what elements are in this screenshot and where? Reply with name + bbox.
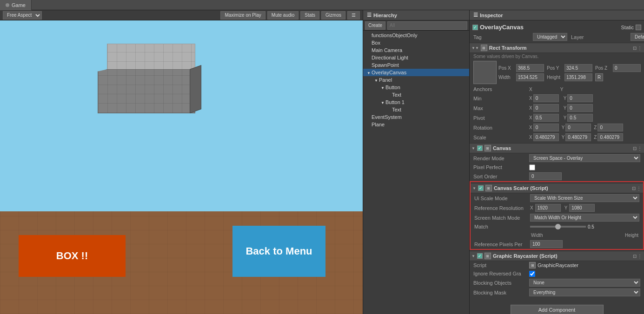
canvas-scaler-expand-icon: ▼: [472, 186, 476, 190]
rot-y-input[interactable]: [565, 124, 591, 131]
canvas-scaler-actions: ⊡ ⋮: [632, 186, 641, 191]
anchor-min-x-input[interactable]: [533, 94, 559, 102]
pixel-perfect-checkbox[interactable]: [529, 164, 535, 170]
pivot-fields: X Y: [529, 114, 640, 122]
rect-transform-menu-btn[interactable]: ⋮: [637, 46, 642, 51]
pos-z-input[interactable]: [613, 64, 641, 72]
scale-y-input[interactable]: [565, 133, 591, 141]
scale-row: Scale X Y Z: [470, 132, 644, 142]
anchor-min-y-label: Y: [564, 96, 567, 101]
hier-item-panel[interactable]: Panel: [363, 76, 469, 84]
ref-res-y-input[interactable]: [569, 204, 595, 212]
rect-transform-ref-btn[interactable]: ⊡: [633, 46, 637, 51]
r-button-container: R: [595, 73, 603, 81]
box-button[interactable]: BOX !!: [19, 235, 126, 277]
anchor-min-x-label: X: [529, 96, 532, 101]
blocking-mask-select[interactable]: Everything: [529, 288, 640, 296]
anchor-max-y-input[interactable]: [567, 104, 593, 112]
canvas-scaler-menu-btn[interactable]: ⋮: [637, 186, 641, 191]
object-enabled-checkbox[interactable]: ✓: [472, 25, 478, 30]
maximize-on-play-button[interactable]: Maximize on Play: [220, 11, 265, 20]
canvas-scaler-enabled-checkbox[interactable]: ✓: [478, 185, 484, 191]
canvas-header[interactable]: ▼ ✓ ⊞ Canvas ⊡ ⋮: [470, 143, 644, 153]
graphic-raycaster-header[interactable]: ▼ ✓ ⊞ Graphic Raycaster (Script) ⊡ ⋮: [470, 251, 644, 261]
canvas-menu-btn[interactable]: ⋮: [637, 146, 642, 151]
ignore-reversed-checkbox[interactable]: [529, 271, 535, 277]
width-input[interactable]: [516, 73, 544, 81]
pivot-y-input[interactable]: [567, 114, 593, 122]
hier-item-eventsystem[interactable]: EventSystem: [363, 113, 469, 121]
inspector-icon: ☰: [473, 12, 478, 18]
pos-z-field: Pos Z: [595, 64, 641, 72]
hierarchy-panel: ☰ Hierarchy Create functionsObjectOnly B…: [363, 10, 470, 314]
create-button[interactable]: Create: [365, 21, 385, 30]
pos-row: Pos X Pos Y Pos Z: [498, 64, 641, 72]
rect-transform-header[interactable]: ▼ ⊞ Rect Transform ⊡ ⋮: [470, 43, 644, 53]
anchor-max-fields: X Y: [529, 104, 640, 112]
match-slider[interactable]: [530, 226, 586, 228]
rot-x-input[interactable]: [533, 124, 559, 131]
hier-item-camera[interactable]: Main Camera: [363, 46, 469, 54]
pivot-y-label: Y: [564, 115, 567, 120]
height-input[interactable]: [564, 73, 592, 81]
hier-item-text1[interactable]: Text: [363, 91, 469, 98]
hier-item-spawnpoint[interactable]: SpawnPoint: [363, 61, 469, 69]
tag-select[interactable]: Untagged: [533, 33, 567, 41]
canvas-ref-btn[interactable]: ⊡: [633, 146, 637, 151]
hierarchy-search-input[interactable]: [387, 21, 467, 30]
ref-pixels-row: Reference Pixels Per: [471, 239, 643, 249]
pos-y-input[interactable]: [564, 64, 592, 72]
match-width-height-labels: Width Height: [530, 233, 639, 238]
canvas-enabled-checkbox[interactable]: ✓: [477, 145, 483, 151]
ui-scale-mode-select[interactable]: Scale With Screen Size: [530, 194, 639, 202]
rot-z-input[interactable]: [598, 124, 623, 131]
game-view-menu-button[interactable]: ☰: [347, 11, 360, 20]
hierarchy-toolbar: Create: [363, 20, 469, 31]
anchor-max-x-input[interactable]: [533, 104, 559, 112]
aspect-select[interactable]: Free Aspect: [3, 11, 42, 20]
graphic-raycaster-ref-btn[interactable]: ⊡: [633, 254, 637, 259]
ref-res-y-label: Y: [564, 205, 568, 210]
ref-res-row: Reference Resolution X Y: [471, 203, 643, 213]
layer-select[interactable]: Default: [631, 33, 644, 41]
anchor-min-y-input[interactable]: [567, 94, 593, 102]
game-tab[interactable]: Game: [0, 0, 32, 10]
hierarchy-header: ☰ Hierarchy: [363, 10, 469, 20]
expand-icon: [374, 77, 378, 83]
stats-button[interactable]: Stats: [300, 11, 319, 20]
canvas-scaler-header[interactable]: ▼ ✓ ⊞ Canvas Scaler (Script) ⊡ ⋮: [471, 183, 643, 193]
scale-x-input[interactable]: [533, 133, 559, 141]
anchors-row: Anchors X Y: [470, 85, 644, 93]
render-mode-select[interactable]: Screen Space - Overlay: [529, 154, 640, 162]
graphic-raycaster-menu-btn[interactable]: ⋮: [637, 254, 642, 259]
hier-item-button1[interactable]: Button 1: [363, 98, 469, 106]
blocking-objects-row: Blocking Objects None: [470, 278, 644, 288]
hier-item-text2[interactable]: Text: [363, 106, 469, 113]
3d-box: [98, 44, 200, 113]
scale-z-input[interactable]: [598, 133, 623, 141]
hier-item-plane[interactable]: Plane: [363, 121, 469, 128]
graphic-raycaster-enabled-checkbox[interactable]: ✓: [477, 253, 483, 259]
pos-x-input[interactable]: [516, 64, 544, 72]
screen-match-select[interactable]: Match Width Or Height: [530, 214, 639, 222]
hier-item-box[interactable]: Box: [363, 39, 469, 46]
back-to-menu-button[interactable]: Back to Menu: [232, 226, 325, 277]
add-component-button[interactable]: Add Component: [511, 305, 604, 314]
hier-item-button[interactable]: Button: [363, 84, 469, 91]
hier-item-functions[interactable]: functionsObjectOnly: [363, 32, 469, 39]
ref-res-x-input[interactable]: [535, 204, 561, 212]
r-button[interactable]: R: [595, 73, 603, 81]
hier-item-light[interactable]: Directional Light: [363, 54, 469, 61]
canvas-scaler-ref-btn[interactable]: ⊡: [632, 186, 636, 191]
blocking-objects-select[interactable]: None: [529, 279, 640, 287]
sort-order-input[interactable]: [529, 172, 562, 180]
pivot-x-input[interactable]: [533, 114, 559, 122]
pos-z-label: Pos Z: [595, 65, 612, 71]
mute-audio-button[interactable]: Mute audio: [267, 11, 299, 20]
gizmos-button[interactable]: Gizmos: [321, 11, 345, 20]
pivot-x-label: X: [529, 115, 532, 120]
ref-pixels-input[interactable]: [530, 240, 563, 248]
pos-x-label: Pos X: [498, 65, 515, 71]
static-checkbox[interactable]: [636, 25, 641, 30]
hier-item-overlaycanvas[interactable]: OverlayCanvas: [363, 69, 469, 76]
